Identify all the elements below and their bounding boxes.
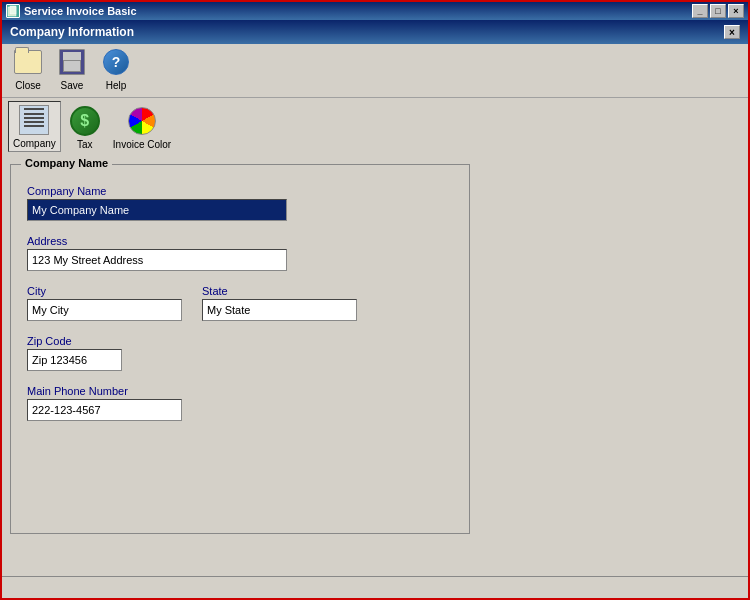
save-label: Save — [61, 80, 84, 91]
help-toolbar-button[interactable]: ? Help — [96, 44, 136, 93]
dialog-close-button[interactable]: × — [724, 25, 740, 39]
city-state-row: City State — [27, 285, 453, 321]
title-bar-buttons: _ □ × — [692, 4, 744, 18]
window-frame: Service Invoice Basic _ □ × Company Info… — [0, 0, 750, 600]
zip-input[interactable] — [27, 349, 122, 371]
city-input[interactable] — [27, 299, 182, 321]
state-input[interactable] — [202, 299, 357, 321]
close-button-titlebar[interactable]: × — [728, 4, 744, 18]
dialog-title: Company Information — [10, 25, 134, 39]
invoice-color-label: Invoice Color — [113, 139, 171, 150]
group-box-legend: Company Name — [21, 157, 112, 169]
help-label: Help — [106, 80, 127, 91]
state-label: State — [202, 285, 357, 297]
phone-input[interactable] — [27, 399, 182, 421]
minimize-button[interactable]: _ — [692, 4, 708, 18]
form-section: Company Name Address City State — [27, 185, 453, 421]
company-name-label: Company Name — [27, 185, 453, 197]
tax-icon: $ — [69, 105, 101, 137]
help-icon: ? — [100, 46, 132, 78]
company-name-input[interactable] — [27, 199, 287, 221]
close-toolbar-button[interactable]: Close — [8, 44, 48, 93]
title-bar: Service Invoice Basic _ □ × — [2, 2, 748, 20]
tax-label: Tax — [77, 139, 93, 150]
window-title: Service Invoice Basic — [24, 5, 692, 17]
state-field: State — [202, 285, 357, 321]
svg-rect-1 — [10, 6, 16, 14]
tax-nav-button[interactable]: $ Tax — [65, 103, 105, 152]
close-label: Close — [15, 80, 41, 91]
toolbar-row1: Close Save ? Help — [2, 44, 748, 98]
close-doc-icon — [12, 46, 44, 78]
main-content: Company Name Company Name Address City S… — [2, 156, 748, 576]
city-label: City — [27, 285, 182, 297]
company-name-group: Company Name Company Name Address City S… — [10, 164, 470, 534]
dialog-header: Company Information × — [2, 20, 748, 44]
status-bar — [2, 576, 748, 598]
city-field: City — [27, 285, 182, 321]
address-input[interactable] — [27, 249, 287, 271]
palette-icon — [126, 105, 158, 137]
save-icon — [56, 46, 88, 78]
invoice-color-nav-button[interactable]: Invoice Color — [109, 103, 175, 152]
company-nav-button[interactable]: Company — [8, 101, 61, 152]
maximize-button[interactable]: □ — [710, 4, 726, 18]
address-label: Address — [27, 235, 453, 247]
toolbar-row2: Company $ Tax Invoice Color — [2, 98, 748, 156]
company-label: Company — [13, 138, 56, 149]
zip-label: Zip Code — [27, 335, 453, 347]
save-toolbar-button[interactable]: Save — [52, 44, 92, 93]
phone-label: Main Phone Number — [27, 385, 453, 397]
company-icon — [18, 104, 50, 136]
app-icon — [6, 4, 20, 18]
